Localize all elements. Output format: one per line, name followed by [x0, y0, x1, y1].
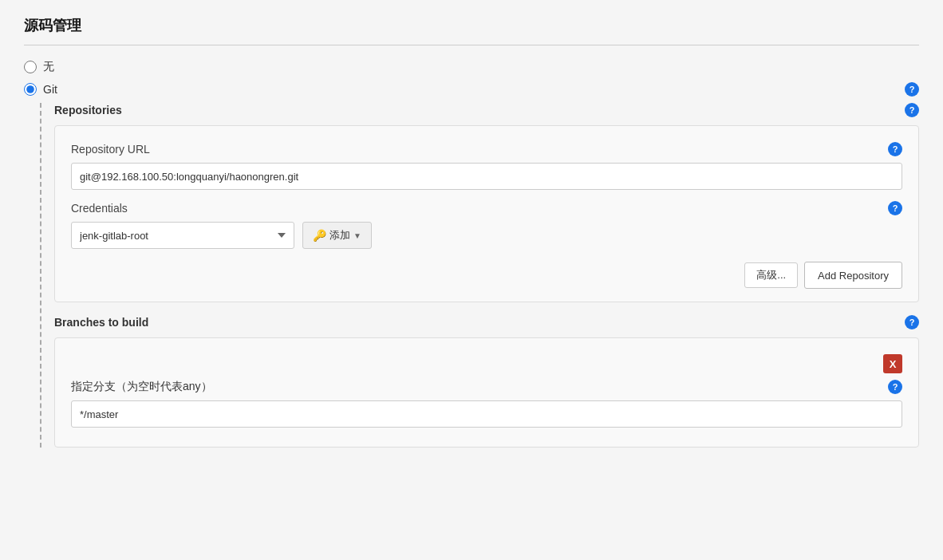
radio-git-label: Git [43, 83, 57, 96]
advanced-button[interactable]: 高级... [744, 262, 798, 288]
branch-input[interactable] [71, 400, 902, 428]
credentials-row: jenk-gitlab-root 🔑 添加 ▼ [71, 222, 902, 249]
page-title: 源码管理 [24, 16, 919, 45]
git-sub-section: Repositories ? Repository URL ? Credenti… [54, 103, 919, 448]
radio-group: 无 Git ? [24, 60, 919, 97]
branches-field-group: 指定分支（为空时代表any） ? [71, 380, 902, 428]
credentials-label-row: Credentials ? [71, 201, 902, 215]
branches-box: X 指定分支（为空时代表any） ? [54, 337, 919, 448]
credentials-help-icon[interactable]: ? [888, 201, 902, 215]
branch-help-icon[interactable]: ? [888, 380, 902, 394]
git-help-icon[interactable]: ? [905, 82, 919, 97]
radio-none-label: 无 [43, 60, 54, 74]
repositories-help-icon[interactable]: ? [905, 103, 919, 117]
repo-url-label: Repository URL [71, 143, 150, 156]
branches-field-row: 指定分支（为空时代表any） ? [71, 380, 902, 428]
credentials-group: Credentials ? jenk-gitlab-root 🔑 添加 ▼ [71, 201, 902, 249]
dropdown-arrow-icon: ▼ [353, 231, 361, 240]
branch-field-label: 指定分支（为空时代表any） [71, 380, 212, 394]
repositories-title: Repositories [54, 104, 122, 116]
repository-box: Repository URL ? Credentials ? jenk-gitl… [54, 125, 919, 302]
repo-url-input[interactable] [71, 163, 902, 190]
radio-none[interactable]: 无 [24, 60, 919, 74]
branch-label-row: 指定分支（为空时代表any） ? [71, 380, 902, 394]
radio-git-input[interactable] [24, 83, 37, 96]
actions-row: 高级... Add Repository [71, 262, 902, 289]
branches-help-icon[interactable]: ? [905, 315, 919, 329]
credentials-label: Credentials [71, 202, 128, 215]
add-credentials-button[interactable]: 🔑 添加 ▼ [302, 222, 372, 249]
add-repository-button[interactable]: Add Repository [804, 262, 902, 289]
radio-none-input[interactable] [24, 61, 37, 73]
branches-title: Branches to build [54, 316, 148, 329]
repo-url-help-icon[interactable]: ? [888, 142, 902, 156]
radio-git[interactable]: Git ? [24, 82, 919, 97]
repo-url-group: Repository URL ? [71, 142, 902, 190]
branches-header: Branches to build ? [54, 315, 919, 329]
credentials-select[interactable]: jenk-gitlab-root [71, 222, 294, 249]
key-icon: 🔑 [313, 229, 326, 242]
page-container: 源码管理 无 Git ? Repositories ? [0, 0, 943, 560]
git-section-block: Repositories ? Repository URL ? Credenti… [40, 103, 919, 448]
repo-url-label-row: Repository URL ? [71, 142, 902, 156]
repositories-header: Repositories ? [54, 103, 919, 117]
remove-branch-button[interactable]: X [883, 354, 902, 373]
add-btn-label: 添加 [329, 228, 350, 243]
